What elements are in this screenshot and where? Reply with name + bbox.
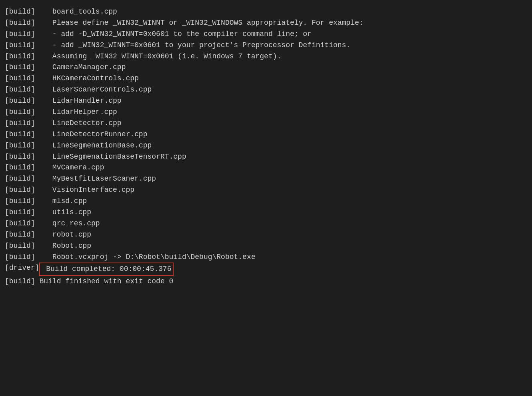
build-completed-text: Build completed: 00:00:45.376 [39,263,174,276]
line-prefix: [build] [5,129,35,140]
terminal-line: [build] CameraManager.cpp [5,62,527,73]
line-prefix: [build] [5,29,35,40]
terminal-line: [build] VisionInterface.cpp [5,185,527,196]
terminal-line: [build] mlsd.cpp [5,196,527,207]
line-prefix: [build] [5,40,35,51]
line-prefix: [build] [5,84,35,96]
line-content: qrc_res.cpp [35,218,100,229]
last-line: [build] Build finished with exit code 0 [5,276,527,287]
line-content: Robot.cpp [35,241,91,252]
line-content: board_tools.cpp [35,6,117,18]
terminal-line: [build] LidarHandler.cpp [5,96,527,107]
line-content: robot.cpp [35,229,91,241]
last-line-content: Build finished with exit code 0 [35,276,174,287]
terminal-line: [build] LidarHelper.cpp [5,107,527,118]
line-content: Please define _WIN32_WINNT or _WIN32_WIN… [35,18,364,29]
line-prefix: [build] [5,62,35,73]
terminal-line: [build] Please define _WIN32_WINNT or _W… [5,18,527,29]
line-prefix: [build] [5,107,35,118]
terminal-line: [build] LineSegmenationBaseTensorRT.cpp [5,151,527,163]
terminal-line: [build] HKCameraControls.cpp [5,73,527,84]
line-prefix: [build] [5,140,35,151]
line-prefix: [build] [5,6,35,18]
terminal-line: [build] LineDetectorRunner.cpp [5,129,527,140]
line-prefix: [build] [5,241,35,252]
driver-prefix: [driver] [5,263,39,276]
line-content: LineDetectorRunner.cpp [35,129,148,140]
build-prefix-last: [build] [5,276,35,287]
line-content: Assuming _WIN32_WINNT=0x0601 (i.e. Windo… [35,51,282,62]
terminal-line: [build] robot.cpp [5,229,527,241]
line-prefix: [build] [5,18,35,29]
line-prefix: [build] [5,207,35,218]
line-content: Robot.vcxproj -> D:\Robot\build\Debug\Ro… [35,252,256,263]
terminal-line: [build] utils.cpp [5,207,527,218]
line-content: LineDetector.cpp [35,118,122,129]
line-content: LineSegmenationBaseTensorRT.cpp [35,151,186,163]
terminal-line: [build] - add -D_WIN32_WINNT=0x0601 to t… [5,29,527,40]
line-prefix: [build] [5,151,35,163]
line-content: - add -D_WIN32_WINNT=0x0601 to the compi… [35,29,312,40]
line-prefix: [build] [5,51,35,62]
line-content: LineSegmenationBase.cpp [35,140,152,151]
line-content: LidarHandler.cpp [35,96,122,107]
line-prefix: [build] [5,185,35,196]
terminal-line: [build] Assuming _WIN32_WINNT=0x0601 (i.… [5,51,527,62]
line-prefix: [build] [5,96,35,107]
terminal-line: [build] LineSegmenationBase.cpp [5,140,527,151]
line-prefix: [build] [5,229,35,241]
terminal-line: [build] MyBestfitLaserScaner.cpp [5,173,527,185]
line-content: MyBestfitLaserScaner.cpp [35,173,156,185]
line-content: CameraManager.cpp [35,62,126,73]
line-content: LaserScanerControls.cpp [35,84,152,96]
line-prefix: [build] [5,118,35,129]
terminal-line: [build] Robot.cpp [5,241,527,252]
line-content: VisionInterface.cpp [35,185,134,196]
highlighted-build-line: [driver] Build completed: 00:00:45.376 [5,263,527,276]
line-prefix: [build] [5,252,35,263]
terminal-output: [build] board_tools.cpp[build] Please de… [0,3,532,396]
terminal-line: [build] MvCamera.cpp [5,162,527,173]
line-prefix: [build] [5,218,35,229]
line-prefix: [build] [5,173,35,185]
terminal-line: [build] board_tools.cpp [5,6,527,18]
line-content: - add _WIN32_WINNT=0x0601 to your projec… [35,40,351,51]
line-content: HKCameraControls.cpp [35,73,139,84]
line-content: MvCamera.cpp [35,162,104,173]
terminal-line: [build] - add _WIN32_WINNT=0x0601 to you… [5,40,527,51]
line-content: LidarHelper.cpp [35,107,117,118]
terminal-line: [build] LaserScanerControls.cpp [5,84,527,96]
terminal-line: [build] qrc_res.cpp [5,218,527,229]
terminal-line: [build] Robot.vcxproj -> D:\Robot\build\… [5,252,527,263]
line-prefix: [build] [5,162,35,173]
line-prefix: [build] [5,196,35,207]
line-content: utils.cpp [35,207,91,218]
terminal-line: [build] LineDetector.cpp [5,118,527,129]
line-content: mlsd.cpp [35,196,87,207]
line-prefix: [build] [5,73,35,84]
